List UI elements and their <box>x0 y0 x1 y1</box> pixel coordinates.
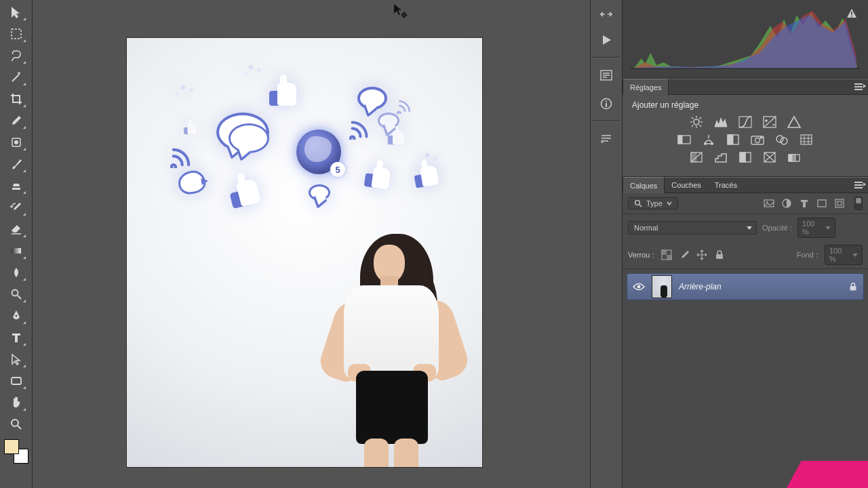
svg-rect-50 <box>835 199 844 207</box>
layers-panel-menu[interactable] <box>854 180 865 190</box>
svg-point-10 <box>606 100 607 102</box>
clone-stamp-tool[interactable] <box>6 177 26 195</box>
vibrance-icon[interactable] <box>787 115 802 129</box>
tab-layers[interactable]: Calques <box>623 177 665 193</box>
actions-play-button[interactable] <box>596 31 616 49</box>
move-cursor-icon <box>392 3 408 19</box>
svg-point-29 <box>711 142 713 144</box>
color-swatches[interactable] <box>4 439 28 464</box>
crop-tool[interactable] <box>6 90 26 108</box>
tab-channels[interactable]: Couches <box>665 177 707 193</box>
type-tool[interactable] <box>6 329 26 346</box>
zoom-tool[interactable] <box>6 415 26 433</box>
gradient-map-icon[interactable] <box>762 150 777 164</box>
opacity-field[interactable]: 100 % <box>797 218 835 238</box>
canvas-subject <box>311 238 467 467</box>
brightness-contrast-icon[interactable] <box>689 115 704 129</box>
lock-position-icon[interactable] <box>696 249 707 260</box>
adjustments-panel-menu[interactable] <box>854 82 865 92</box>
pen-tool[interactable] <box>6 307 26 325</box>
svg-rect-11 <box>606 103 607 107</box>
gradient-tool[interactable] <box>6 242 26 260</box>
layer-lock-icon[interactable] <box>848 282 858 291</box>
tab-adjustments[interactable]: Réglages <box>623 79 669 95</box>
dodge-tool[interactable] <box>6 285 26 303</box>
expand-panels-button[interactable] <box>596 5 616 23</box>
blur-tool[interactable] <box>6 264 26 281</box>
svg-line-20 <box>692 117 694 119</box>
curves-icon[interactable] <box>738 115 753 129</box>
blend-mode-select[interactable]: Normal <box>628 221 757 235</box>
filter-smart-icon[interactable] <box>834 198 845 209</box>
rectangle-tool[interactable] <box>6 372 26 390</box>
lock-transparent-icon[interactable] <box>661 249 672 260</box>
svg-rect-43 <box>789 155 792 161</box>
svg-line-23 <box>692 125 694 127</box>
svg-point-35 <box>776 136 783 142</box>
filter-pixel-icon[interactable] <box>764 198 774 209</box>
fill-label: Fond : <box>797 251 818 259</box>
filter-type-icon[interactable] <box>799 198 810 209</box>
move-tool[interactable] <box>6 3 26 21</box>
svg-point-15 <box>694 119 699 125</box>
color-lookup-icon[interactable] <box>799 133 814 146</box>
history-brush-tool[interactable] <box>6 199 26 216</box>
lasso-tool[interactable] <box>6 47 26 64</box>
svg-rect-57 <box>850 286 856 291</box>
svg-rect-51 <box>837 201 842 205</box>
svg-rect-54 <box>667 255 671 260</box>
eraser-tool[interactable] <box>6 220 26 238</box>
layer-filter-kind[interactable]: Type <box>628 197 678 209</box>
svg-line-22 <box>700 117 702 119</box>
lock-all-icon[interactable] <box>714 249 725 260</box>
spot-heal-tool[interactable] <box>6 134 26 151</box>
layer-name[interactable]: Arrière-plan <box>679 282 842 291</box>
foreground-color-swatch[interactable] <box>4 439 19 454</box>
svg-point-2 <box>14 140 18 144</box>
canvas[interactable]: 5 <box>127 38 482 467</box>
layer-visibility-toggle[interactable] <box>633 282 645 291</box>
posterize-icon[interactable] <box>713 150 728 164</box>
fill-field[interactable]: 100 % <box>825 245 863 265</box>
svg-rect-24 <box>739 117 751 127</box>
color-balance-icon[interactable] <box>701 133 716 146</box>
svg-line-21 <box>700 125 702 127</box>
properties-panel-button[interactable] <box>596 66 616 84</box>
brush-tool[interactable] <box>6 155 26 173</box>
svg-point-7 <box>12 420 18 426</box>
magic-wand-tool[interactable] <box>6 68 26 86</box>
adjustments-panel-header: Réglages <box>623 79 868 95</box>
chevron-down-icon <box>667 201 672 206</box>
marquee-tool[interactable] <box>6 25 26 43</box>
filter-adjust-icon[interactable] <box>781 198 792 209</box>
black-white-icon[interactable] <box>726 133 741 146</box>
svg-rect-3 <box>12 248 21 253</box>
hue-sat-icon[interactable] <box>677 133 692 146</box>
tools-panel <box>0 0 33 488</box>
lock-image-icon[interactable] <box>679 249 690 260</box>
svg-point-33 <box>755 138 760 143</box>
svg-rect-34 <box>760 137 762 138</box>
right-panels: Réglages Ajouter un réglage Calq <box>623 0 868 488</box>
hand-tool[interactable] <box>6 394 26 411</box>
svg-rect-6 <box>12 378 21 384</box>
selective-color-icon[interactable] <box>787 150 802 164</box>
svg-rect-27 <box>678 136 682 144</box>
exposure-icon[interactable] <box>762 115 777 129</box>
svg-rect-44 <box>792 155 795 161</box>
path-select-tool[interactable] <box>6 350 26 368</box>
info-panel-button[interactable] <box>596 95 616 113</box>
tab-paths[interactable]: Tracés <box>708 177 744 193</box>
levels-icon[interactable] <box>713 115 728 129</box>
photo-filter-icon[interactable] <box>750 133 765 146</box>
threshold-icon[interactable] <box>738 150 753 164</box>
filter-shape-icon[interactable] <box>816 198 827 209</box>
paragraph-panel-button[interactable] <box>596 130 616 148</box>
invert-icon[interactable] <box>689 150 704 164</box>
channel-mixer-icon[interactable] <box>774 133 789 146</box>
eyedropper-tool[interactable] <box>6 112 26 129</box>
adjustments-panel: Ajouter un réglage <box>623 95 868 177</box>
filter-toggle[interactable] <box>854 197 863 210</box>
histogram-warning-icon[interactable] <box>846 8 857 20</box>
layer-background[interactable]: Arrière-plan <box>627 273 864 300</box>
